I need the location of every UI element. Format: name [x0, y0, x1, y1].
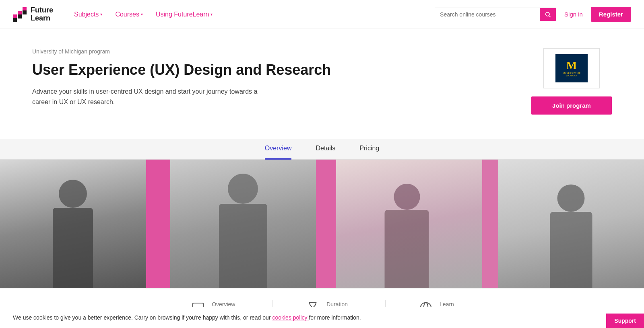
tab-details[interactable]: Details — [316, 138, 335, 160]
tab-overview-label: Overview — [265, 145, 292, 152]
image-panel-2 — [170, 160, 316, 288]
cookie-text: We use cookies to give you a better expe… — [13, 314, 361, 321]
using-chevron-icon: ▾ — [211, 12, 213, 16]
search-box — [435, 8, 556, 21]
image-panel-3 — [336, 160, 482, 288]
hero-content: University of Michigan program User Expe… — [32, 48, 515, 107]
nav-right: Sign in Register — [435, 7, 631, 22]
svg-line-7 — [549, 16, 551, 17]
logo-icon — [13, 7, 27, 22]
signin-button[interactable]: Sign in — [563, 8, 584, 21]
image-panel-4 — [498, 160, 644, 288]
cookie-text-start: We use cookies to give you a better expe… — [13, 314, 271, 321]
cookie-link-text: cookies policy — [272, 314, 307, 321]
nav-courses[interactable]: Courses ▾ — [110, 8, 148, 21]
hero-image-area — [0, 160, 644, 288]
tab-overview[interactable]: Overview — [265, 138, 292, 160]
nav-using-label: Using FutureLearn — [156, 11, 209, 18]
nav-courses-label: Courses — [115, 11, 139, 18]
image-panel-pink-3 — [482, 160, 498, 288]
nav-subjects[interactable]: Subjects ▾ — [69, 8, 107, 21]
svg-rect-3 — [18, 14, 22, 18]
register-button[interactable]: Register — [591, 7, 631, 22]
hero-description: Advance your skills in user-centred UX d… — [32, 86, 266, 107]
cookie-bar: We use cookies to give you a better expe… — [0, 307, 644, 327]
tab-pricing[interactable]: Pricing — [359, 138, 379, 160]
search-button[interactable] — [540, 8, 556, 21]
svg-rect-5 — [23, 10, 27, 14]
search-input[interactable] — [435, 8, 540, 21]
join-program-button[interactable]: Join program — [531, 96, 612, 115]
image-panel-pink-1 — [146, 160, 170, 288]
logo-text: FutureLearn — [31, 6, 53, 23]
hero-provider: University of Michigan program — [32, 48, 515, 55]
nav-links: Subjects ▾ Courses ▾ Using FutureLearn ▾ — [69, 8, 435, 21]
hero-section: University of Michigan program User Expe… — [0, 29, 644, 139]
hero-aside: M UNIVERSITY OFMICHIGAN Join program — [531, 48, 612, 115]
image-panel-1 — [0, 160, 146, 288]
university-logo: M UNIVERSITY OFMICHIGAN — [543, 48, 600, 88]
um-m-letter: M — [566, 60, 577, 71]
subjects-chevron-icon: ▾ — [100, 12, 102, 16]
image-panel-pink-2 — [316, 160, 336, 288]
svg-point-6 — [546, 12, 549, 16]
tab-details-label: Details — [316, 145, 335, 152]
courses-chevron-icon: ▾ — [141, 12, 143, 16]
support-button[interactable]: Support — [606, 314, 644, 327]
nav-subjects-label: Subjects — [74, 11, 99, 18]
um-logo-graphic: M UNIVERSITY OFMICHIGAN — [555, 54, 588, 82]
tabs-bar: Overview Details Pricing — [0, 139, 644, 160]
search-icon — [545, 11, 551, 18]
navbar: FutureLearn Subjects ▾ Courses ▾ Using F… — [0, 0, 644, 29]
logo[interactable]: FutureLearn — [13, 6, 53, 23]
um-text: UNIVERSITY OFMICHIGAN — [563, 72, 581, 77]
nav-using[interactable]: Using FutureLearn ▾ — [151, 8, 218, 21]
cookies-policy-link[interactable]: cookies policy — [272, 314, 309, 321]
svg-rect-1 — [13, 18, 17, 22]
hero-title: User Experience (UX) Design and Research — [32, 61, 515, 78]
cookie-text-end: for more information. — [309, 314, 361, 321]
tab-pricing-label: Pricing — [359, 145, 379, 152]
